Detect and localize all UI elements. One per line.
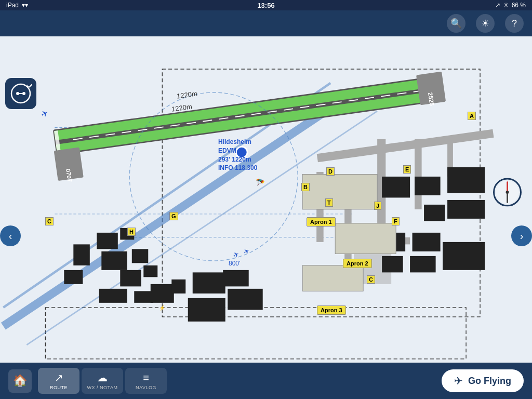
svg-rect-38: [99, 289, 127, 303]
navlog-label: NAVLOG: [136, 385, 156, 390]
svg-rect-46: [447, 167, 485, 193]
route-label: ROUTE: [50, 385, 68, 390]
svg-rect-21: [415, 139, 421, 209]
svg-rect-32: [120, 270, 141, 286]
status-time: 13:56: [257, 2, 274, 9]
bottom-bar: 🏠 ↗ ROUTE ☁ WX / NOTAM ≡ NAVLOG ✈ Go Fly…: [0, 363, 532, 399]
svg-rect-36: [151, 284, 174, 303]
svg-rect-55: [335, 223, 396, 254]
go-flying-plane-icon: ✈: [454, 375, 463, 387]
svg-rect-29: [120, 228, 134, 240]
device-label: iPad: [6, 2, 19, 9]
add-route-button[interactable]: +: [5, 78, 36, 109]
bottom-navigation: 🏠 ↗ ROUTE ☁ WX / NOTAM ≡ NAVLOG: [8, 368, 167, 394]
tab-navlog[interactable]: ≡ NAVLOG: [125, 368, 167, 394]
tab-wx-notam[interactable]: ☁ WX / NOTAM: [82, 368, 123, 394]
go-flying-section: ✈ Go Flying: [442, 369, 524, 392]
status-bar: iPad ▾▾ 13:56 ↗ ✳ 66 %: [0, 0, 532, 10]
svg-rect-52: [410, 256, 435, 272]
svg-line-68: [29, 84, 32, 87]
left-arrow-button[interactable]: ‹: [0, 225, 21, 246]
svg-rect-28: [97, 233, 117, 249]
svg-rect-47: [424, 205, 445, 221]
wifi-icon: ▾▾: [22, 2, 28, 9]
svg-rect-35: [64, 270, 83, 284]
gps-icon: ↗: [495, 2, 500, 9]
svg-rect-50: [413, 233, 441, 251]
svg-rect-41: [223, 270, 248, 286]
help-button[interactable]: ?: [505, 14, 524, 33]
svg-rect-54: [302, 174, 377, 209]
go-flying-button[interactable]: ✈ Go Flying: [442, 369, 524, 392]
svg-rect-56: [302, 265, 363, 291]
top-bar: 🔍 ☀ ?: [0, 10, 532, 36]
svg-rect-43: [188, 298, 225, 322]
svg-point-60: [236, 147, 247, 158]
compass-icon[interactable]: [493, 178, 522, 207]
svg-rect-48: [447, 200, 485, 219]
wx-label: WX / NOTAM: [87, 385, 118, 390]
search-button[interactable]: 🔍: [447, 14, 466, 33]
wx-icon: ☁: [97, 371, 108, 384]
tab-route[interactable]: ↗ ROUTE: [38, 368, 79, 394]
route-icon: ↗: [55, 371, 63, 384]
battery-level: 66 %: [512, 2, 526, 9]
svg-rect-37: [171, 280, 185, 294]
home-button[interactable]: 🏠: [8, 369, 32, 393]
svg-rect-45: [415, 177, 440, 195]
svg-rect-34: [73, 244, 89, 265]
svg-rect-39: [134, 291, 153, 302]
svg-rect-51: [382, 256, 403, 272]
svg-point-74: [506, 191, 509, 194]
brightness-button[interactable]: ☀: [476, 14, 495, 33]
svg-rect-44: [382, 177, 410, 197]
svg-rect-40: [193, 272, 225, 293]
go-flying-label: Go Flying: [468, 376, 511, 387]
svg-rect-30: [101, 251, 127, 270]
svg-rect-33: [143, 265, 157, 277]
svg-rect-42: [228, 289, 262, 310]
svg-rect-31: [132, 249, 148, 263]
svg-text:+: +: [26, 84, 29, 89]
status-right: ↗ ✳ 66 %: [495, 2, 526, 9]
status-left: iPad ▾▾: [6, 2, 28, 9]
right-arrow-button[interactable]: ›: [511, 225, 532, 246]
svg-rect-53: [443, 242, 485, 270]
bluetooth-icon: ✳: [503, 2, 509, 9]
map-area: 2525 0707: [0, 36, 532, 363]
navlog-icon: ≡: [143, 372, 149, 384]
svg-text:⚡: ⚡: [159, 304, 166, 311]
svg-text:🪂: 🪂: [256, 178, 265, 187]
